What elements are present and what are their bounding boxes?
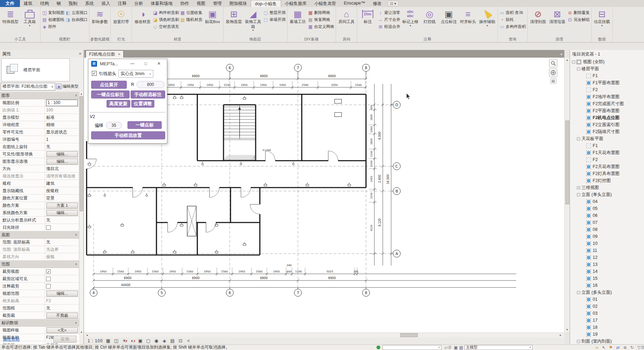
property-value[interactable]: 项目北 [45,165,79,172]
point-expand-button[interactable]: 点位展开 [91,81,127,89]
ribbon-button-item-[interactable]: abcabc标记上移▾ [401,8,419,27]
ribbon-button-item-[interactable]: ⊞装饰面层 [225,8,243,24]
ribbon-button-item-[interactable]: ▦位图收集 [180,9,203,16]
property-checkbox[interactable] [46,284,51,289]
menu-tab-file[interactable]: 文件 [0,0,20,7]
ribbon-button-item-[interactable]: 操作辅助▾ [478,8,496,27]
collapse-icon[interactable]: − [577,67,580,71]
ribbon-button-item-[interactable]: ◪构件材质刷 [153,9,179,16]
property-value[interactable]: 1 : 100 [45,99,79,106]
scroll-up-icon[interactable]: ▲ [79,92,83,96]
property-value[interactable]: 无 [45,143,79,150]
onekey-point-tag-button[interactable]: 一键点位标注 [91,90,130,99]
tree-item-item-13[interactable]: 13 [570,261,644,268]
offset-input[interactable]: 35 [106,122,122,129]
ribbon-button-item-[interactable]: Dim标注 [359,8,377,24]
property-edit-button[interactable]: 编辑... [46,159,78,165]
menu-tab-13[interactable]: 附加模块 [226,0,251,7]
arrow-style-select[interactable]: 实心点 3mm∨ [118,70,153,78]
property-value[interactable]: 编辑... [45,290,79,297]
ribbon-button-item-[interactable]: ◨自由视口 [65,16,88,23]
ribbon-button-item-[interactable]: ◎灯控线 [420,8,439,24]
scroll-up-icon[interactable]: ▲ [565,58,569,62]
tree-item-item-[interactable]: +三维视图 [570,184,644,191]
nav-more-icon[interactable]: ▤ [550,78,556,84]
property-value[interactable]: ✓ [45,268,79,275]
ribbon-button-item-[interactable]: ▢单墙开洞 [263,16,286,23]
tree-item-item-f2[interactable]: F2 [570,86,644,93]
collapse-icon[interactable]: − [577,291,580,294]
scroll-down-icon[interactable]: ▼ [79,330,83,335]
ribbon-button-item-[interactable]: ⊠清理垃圾 [548,8,566,24]
property-checkbox[interactable] [46,277,51,281]
ribbon-button-item-[interactable]: ⊡完全解组 [568,16,590,23]
horizontal-scrollbar[interactable]: ◄ ► [84,333,564,337]
property-edit-button[interactable]: <无> [46,327,78,333]
ribbon-button-item-[interactable]: ≋影响参数 [91,8,109,24]
collapse-icon[interactable]: − [572,60,575,64]
workset-select[interactable]: ∨ [382,345,441,350]
ribbon-button-item-[interactable]: ↕避让清零 [378,9,400,16]
property-value[interactable]: 按规程 [45,187,79,194]
menu-tab-1[interactable]: 建筑 [20,0,36,7]
shadows-icon[interactable]: ◐✗ [130,338,135,344]
ribbon-button-item-[interactable]: ⊞框选合并 [378,23,400,30]
tree-item-item-[interactable]: −天花板平面 [570,135,644,142]
menu-tab-14[interactable]: dop-小鲸鱼 [251,0,281,7]
ribbon-button-item-[interactable]: ▦自定义网格 [308,23,335,30]
sun-path-icon[interactable]: ☀✗ [122,338,127,344]
ribbon-button-item-[interactable]: ⌂房间工具 [337,8,356,24]
show-crop-icon[interactable]: ▣ [138,338,143,344]
document-tab[interactable]: F2机电点位图 × [86,50,124,58]
ribbon-button-item-[interactable]: ◪填色材质刷 [153,16,179,23]
tab-list-chevron-icon[interactable]: ▼ [560,53,563,56]
close-icon[interactable]: × [118,52,120,56]
tree-item-item-15[interactable]: 15 [570,275,644,282]
flag-icon[interactable]: ⚑ [609,345,613,350]
radius-input[interactable]: 800 [137,81,164,88]
ribbon-button-item-[interactable]: ⊘清理剖面 [529,8,547,24]
tree-item-item-08[interactable]: 08 [570,226,644,233]
menu-tab-8[interactable]: 分析 [131,0,147,7]
collapse-icon[interactable]: − [577,137,580,140]
tree-item-item-f2[interactable]: F2平面布置图 [570,107,644,114]
menu-tab-2[interactable]: 结构 [36,0,53,7]
status-icon-a[interactable]: ▣ [454,345,458,350]
ribbon-button-item-[interactable]: ◔损耗 [499,16,526,23]
view-selector-dropdown[interactable]: 楼层平面: F2机电点位图 ∨ [1,83,55,90]
tree-item-item-11[interactable]: 11 [570,247,644,254]
menu-tab-4[interactable]: 预制 [65,0,81,7]
ribbon-button-item-[interactable]: ▧随机材质 [180,16,203,23]
tree-item-item-f1[interactable]: F1 [570,72,644,79]
manual-box-place-button[interactable]: 手动框选放置 [91,131,165,139]
tree-item-item-[interactable]: −立面 (多头立面) [570,289,644,296]
menu-tab-11[interactable]: 视图 [193,0,209,7]
property-checkbox[interactable]: ✓ [46,269,51,274]
leader-arrow-checkbox[interactable]: ✓ [92,71,97,76]
properties-close-icon[interactable]: × [79,51,81,56]
edit-type-button[interactable]: ▦ 编辑类型 [56,83,83,90]
ribbon-button-item-[interactable]: ▢整层开洞 [263,9,286,16]
property-edit-button[interactable]: 编辑... [46,151,78,157]
refresh-icon[interactable]: ↻ [630,345,634,350]
menu-tab-12[interactable]: 管理 [209,0,226,7]
ribbon-button-item-[interactable]: ▤创建图纸 [42,16,64,23]
constraints-icon[interactable]: ⊡ [178,338,183,344]
scroll-down-icon[interactable]: ▼ [565,328,569,332]
tree-item-item-f2[interactable]: F2立面索引图 [570,121,644,128]
tree-item-item-06[interactable]: 06 [570,212,644,219]
crop-region-icon[interactable]: ▢ [146,338,151,344]
select-icon[interactable]: ↖ [602,345,606,350]
collapse-icon[interactable]: − [577,193,580,196]
onekey-point-button[interactable]: 一键点标 [127,121,162,129]
tree-item-item-02[interactable]: 02 [570,303,644,310]
menu-tab-5[interactable]: 系统 [81,0,98,7]
tree-item-item-f1[interactable]: F1平面布置图 [570,79,644,86]
ribbon-button-item-[interactable]: ◑修改材质 [133,8,152,24]
height-update-button[interactable]: 高度更新 [107,100,130,108]
menu-tab-16[interactable]: 小鲸鱼龙骨 [310,0,340,7]
manual-box-tag-button[interactable]: 手动框选标注 [131,90,165,99]
ribbon-button-item-[interactable]: ◈部件 [42,23,64,30]
tree-item-item-16[interactable]: 16 [570,282,644,289]
temporary-hide-icon[interactable]: ◈ [162,338,167,344]
